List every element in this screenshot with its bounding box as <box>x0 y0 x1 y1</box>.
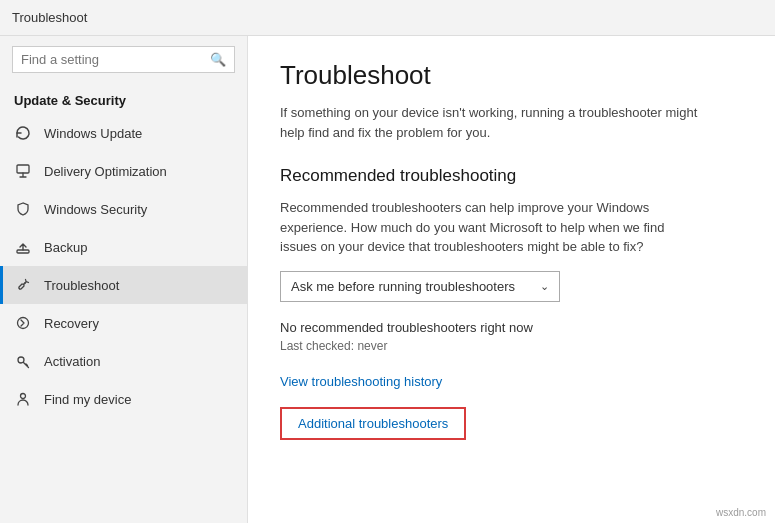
recovery-icon <box>14 314 32 332</box>
person-icon <box>14 390 32 408</box>
recommended-title: Recommended troubleshooting <box>280 166 743 186</box>
sidebar-item-label: Windows Update <box>44 126 142 141</box>
search-box[interactable]: 🔍 <box>12 46 235 73</box>
chevron-down-icon: ⌄ <box>540 280 549 293</box>
sidebar-item-label: Delivery Optimization <box>44 164 167 179</box>
sidebar-item-delivery-optimization[interactable]: Delivery Optimization <box>0 152 247 190</box>
watermark: wsxdn.com <box>713 506 769 519</box>
search-icon: 🔍 <box>210 52 226 67</box>
sidebar-item-label: Backup <box>44 240 87 255</box>
sidebar: 🔍 Update & Security Windows Update Deliv… <box>0 36 248 523</box>
page-subtitle: If something on your device isn't workin… <box>280 103 700 142</box>
download-icon <box>14 162 32 180</box>
dropdown-value: Ask me before running troubleshooters <box>291 279 515 294</box>
recommended-desc: Recommended troubleshooters can help imp… <box>280 198 700 257</box>
sidebar-item-label: Activation <box>44 354 100 369</box>
status-text: No recommended troubleshooters right now <box>280 320 743 335</box>
refresh-icon <box>14 124 32 142</box>
additional-troubleshooters-button[interactable]: Additional troubleshooters <box>280 407 466 440</box>
sidebar-item-find-my-device[interactable]: Find my device <box>0 380 247 418</box>
key-icon <box>14 352 32 370</box>
title-bar-text: Troubleshoot <box>12 10 87 25</box>
title-bar: Troubleshoot <box>0 0 775 36</box>
svg-point-2 <box>19 288 20 289</box>
sidebar-item-label: Windows Security <box>44 202 147 217</box>
sidebar-item-label: Recovery <box>44 316 99 331</box>
last-checked-text: Last checked: never <box>280 339 743 353</box>
svg-rect-0 <box>17 165 29 173</box>
wrench-icon <box>14 276 32 294</box>
page-title: Troubleshoot <box>280 60 743 91</box>
sidebar-item-label: Troubleshoot <box>44 278 119 293</box>
shield-icon <box>14 200 32 218</box>
view-history-link[interactable]: View troubleshooting history <box>280 374 442 389</box>
troubleshoot-dropdown[interactable]: Ask me before running troubleshooters ⌄ <box>280 271 560 302</box>
sidebar-item-troubleshoot[interactable]: Troubleshoot <box>0 266 247 304</box>
sidebar-item-windows-security[interactable]: Windows Security <box>0 190 247 228</box>
sidebar-item-activation[interactable]: Activation <box>0 342 247 380</box>
backup-icon <box>14 238 32 256</box>
sidebar-item-windows-update[interactable]: Windows Update <box>0 114 247 152</box>
svg-rect-1 <box>17 250 29 253</box>
section-label: Update & Security <box>0 83 247 114</box>
content-area: Troubleshoot If something on your device… <box>248 36 775 523</box>
search-input[interactable] <box>21 52 210 67</box>
sidebar-item-label: Find my device <box>44 392 131 407</box>
sidebar-item-backup[interactable]: Backup <box>0 228 247 266</box>
svg-point-5 <box>21 394 26 399</box>
svg-point-3 <box>18 318 29 329</box>
main-layout: 🔍 Update & Security Windows Update Deliv… <box>0 36 775 523</box>
sidebar-item-recovery[interactable]: Recovery <box>0 304 247 342</box>
